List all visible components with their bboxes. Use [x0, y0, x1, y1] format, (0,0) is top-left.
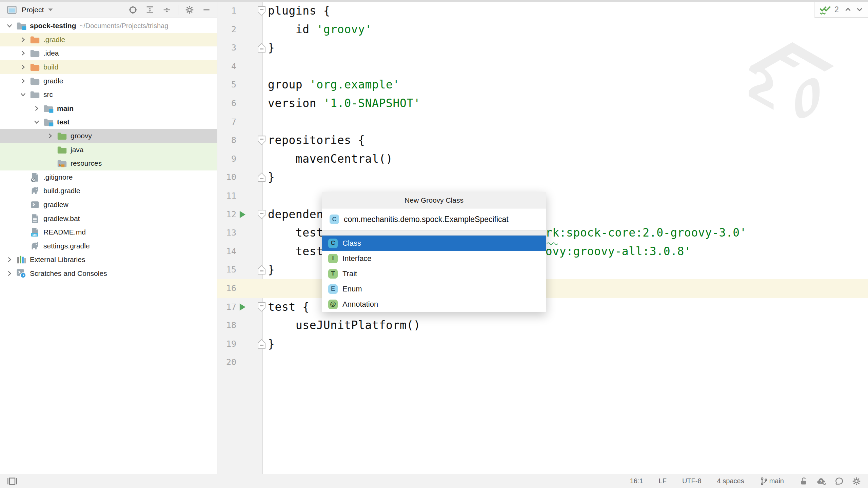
settings-icon[interactable] — [852, 476, 861, 486]
unlock-icon[interactable] — [800, 477, 808, 486]
line-number[interactable]: 19 — [220, 335, 236, 353]
chevron-down-icon[interactable] — [17, 88, 29, 102]
hide-icon[interactable] — [201, 4, 212, 16]
collapse-all-icon[interactable] — [161, 4, 173, 16]
fold-marker-icon[interactable] — [258, 172, 265, 182]
tree-item-groovy[interactable]: groovy — [0, 129, 217, 143]
tree-item-java[interactable]: java — [0, 143, 217, 157]
project-view-title[interactable]: Project — [22, 6, 44, 14]
fold-marker-icon[interactable] — [258, 6, 265, 16]
line-number[interactable]: 15 — [220, 261, 236, 279]
chevron-right-icon[interactable] — [17, 60, 29, 74]
tree-item-label: test — [57, 118, 70, 126]
line-number[interactable]: 14 — [220, 242, 236, 261]
fold-marker-icon[interactable] — [258, 302, 265, 312]
fold-marker-icon[interactable] — [258, 265, 265, 274]
code-line-19[interactable]: 19} — [217, 335, 868, 353]
expand-all-icon[interactable] — [144, 4, 156, 16]
caret-position[interactable]: 16:1 — [630, 477, 643, 485]
tree-item-external-libraries[interactable]: External Libraries — [0, 253, 217, 267]
line-number[interactable]: 12 — [220, 205, 236, 224]
code-line-10[interactable]: 10} — [217, 168, 868, 187]
line-number[interactable]: 2 — [220, 20, 236, 39]
line-number[interactable]: 4 — [220, 57, 236, 76]
tree-item-gradlew[interactable]: gradlew — [0, 198, 217, 212]
line-number[interactable]: 6 — [220, 94, 236, 113]
chevron-right-icon[interactable] — [31, 102, 43, 116]
previous-highlighted-error-icon[interactable] — [844, 5, 852, 14]
tree-item-settings-gradle[interactable]: settings.gradle — [0, 239, 217, 253]
line-separator[interactable]: LF — [659, 477, 667, 485]
code-line-2[interactable]: 2 id 'groovy' — [217, 20, 868, 39]
tree-item-scratches-and-consoles[interactable]: Scratches and Consoles — [0, 267, 217, 281]
notifications-icon[interactable] — [835, 477, 844, 486]
line-number[interactable]: 20 — [220, 353, 236, 372]
code-line-9[interactable]: 9 mavenCentral() — [217, 150, 868, 168]
line-number[interactable]: 18 — [220, 316, 236, 335]
tool-window-switcher-icon[interactable] — [7, 476, 18, 486]
tree-item-test[interactable]: test — [0, 115, 217, 129]
tree-item-gitignore[interactable]: .gitignore — [0, 170, 217, 184]
run-gutter-icon[interactable] — [238, 303, 246, 313]
tree-item-main[interactable]: main — [0, 102, 217, 116]
indent-style[interactable]: 4 spaces — [717, 477, 744, 485]
kind-option-enum[interactable]: EEnum — [322, 281, 546, 297]
chevron-down-icon[interactable] — [31, 115, 43, 129]
tree-item-gradle[interactable]: gradle — [0, 74, 217, 88]
line-number[interactable]: 10 — [220, 168, 236, 187]
line-number[interactable]: 8 — [220, 131, 236, 150]
tree-item-resources[interactable]: resources — [0, 157, 217, 170]
line-number[interactable]: 9 — [220, 150, 236, 168]
line-number[interactable]: 11 — [220, 187, 236, 205]
line-number[interactable]: 17 — [220, 298, 236, 317]
fold-marker-icon[interactable] — [258, 43, 265, 53]
class-name-input[interactable]: C com.mechanitis.demo.spock.ExampleSpeci… — [322, 208, 546, 230]
chevron-right-icon[interactable] — [3, 253, 16, 267]
line-number[interactable]: 7 — [220, 113, 236, 131]
code-line-18[interactable]: 18 useJUnitPlatform() — [217, 316, 868, 335]
file-encoding[interactable]: UTF-8 — [682, 477, 702, 485]
class-kind-icon: C — [328, 239, 338, 248]
tree-item-idea[interactable]: .idea — [0, 46, 217, 60]
inspections-count[interactable]: 2 — [834, 5, 839, 14]
settings-icon[interactable] — [184, 4, 195, 16]
tree-item-readme-md[interactable]: MDREADME.md — [0, 225, 217, 239]
chevron-right-icon[interactable] — [17, 33, 29, 47]
tree-item-build-gradle[interactable]: build.gradle — [0, 184, 217, 198]
kind-option-trait[interactable]: TTrait — [322, 266, 546, 281]
chevron-down-icon[interactable] — [48, 8, 53, 12]
line-number[interactable]: 1 — [220, 2, 236, 20]
chevron-down-icon[interactable] — [3, 19, 16, 33]
code-line-1[interactable]: 1plugins { — [217, 2, 868, 20]
fold-marker-icon[interactable] — [258, 339, 265, 349]
kind-option-class[interactable]: CClass — [322, 236, 546, 251]
fold-marker-icon[interactable] — [258, 210, 265, 219]
git-branch-widget[interactable]: main — [760, 477, 784, 486]
tree-item-gradle[interactable]: .gradle — [0, 33, 217, 47]
code-text: test { — [268, 298, 310, 317]
code-line-20[interactable]: 20 — [217, 353, 868, 372]
chevron-right-icon[interactable] — [17, 74, 29, 88]
kind-option-interface[interactable]: IInterface — [322, 251, 546, 266]
fold-marker-icon[interactable] — [258, 136, 265, 145]
line-number[interactable]: 3 — [220, 39, 236, 57]
line-number[interactable]: 13 — [220, 224, 236, 242]
chevron-right-icon[interactable] — [17, 46, 29, 60]
code-text: version '1.0-SNAPSHOT' — [268, 94, 420, 113]
locate-file-icon[interactable] — [127, 4, 139, 16]
tree-item-gradlew-bat[interactable]: gradlew.bat — [0, 211, 217, 225]
run-gutter-icon[interactable] — [238, 210, 246, 220]
kind-option-annotation[interactable]: @Annotation — [322, 297, 546, 312]
chevron-right-icon[interactable] — [44, 129, 56, 143]
chevron-right-icon[interactable] — [3, 267, 16, 281]
line-number[interactable]: 16 — [220, 279, 236, 298]
line-number[interactable]: 5 — [220, 76, 236, 94]
sync-status-icon[interactable]: ? — [816, 477, 827, 486]
chevron-spacer — [17, 184, 29, 198]
tree-item-src[interactable]: src — [0, 88, 217, 102]
inspections-ok-icon[interactable] — [819, 4, 832, 15]
tree-item-spock-testing[interactable]: spock-testing~/Documents/Projects/trisha… — [0, 19, 217, 33]
project-tool-window-icon[interactable] — [6, 4, 18, 16]
tree-item-build[interactable]: build — [0, 60, 217, 74]
next-highlighted-error-icon[interactable] — [855, 5, 864, 14]
